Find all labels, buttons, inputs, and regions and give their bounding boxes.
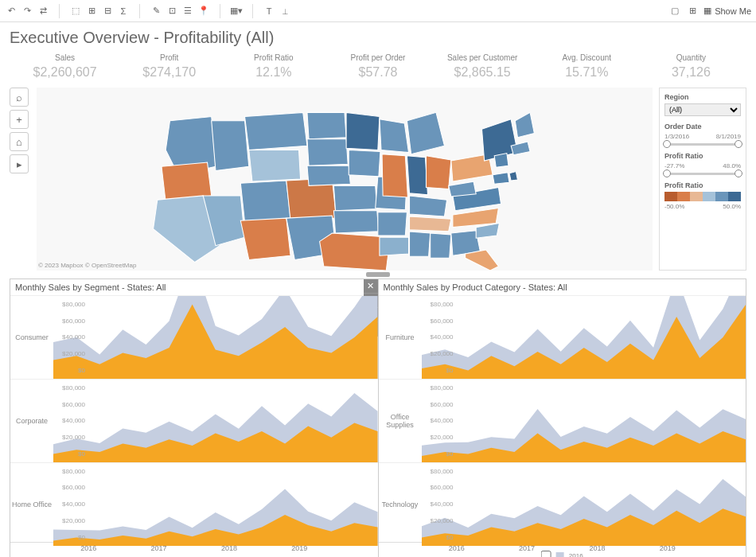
subchart-row: Home Office$80,000$60,000$40,000$20,000$… [10,462,378,546]
color-legend [664,192,741,201]
map-zoom-in-icon[interactable]: + [10,110,29,129]
text-icon[interactable]: T [263,5,275,18]
subchart-body[interactable]: $80,000$60,000$40,000$20,000$0 [53,296,378,379]
subchart-label: Corporate [10,380,53,462]
resize-handle[interactable] [366,272,390,277]
subchart-body[interactable]: $80,000$60,000$40,000$20,000$0 [422,380,746,462]
subchart-row: Furniture$80,000$60,000$40,000$20,000$0 [379,295,746,379]
totals-icon[interactable]: Σ [117,5,130,18]
map-toolbar: ⌕ + ⌂ ▸ [10,88,30,271]
undo-icon[interactable]: ↶ [5,5,18,18]
slider-handle-left[interactable] [663,140,671,148]
map-home-icon[interactable]: ⌂ [10,132,29,151]
legend-checkbox[interactable] [541,551,551,557]
subchart-body[interactable]: $80,000$60,000$40,000$20,000$0 [53,380,378,462]
kpi-avg-discount[interactable]: Avg. Discount15.71% [535,53,639,80]
lines-icon[interactable]: ⟂ [279,5,291,18]
dashboard-title: Executive Overview - Profitability (All) [10,29,746,47]
subchart-label: Consumer [10,296,53,379]
category-chart-title: Monthly Sales by Product Category - Stat… [379,279,746,295]
subchart-row: Corporate$80,000$60,000$40,000$20,000$0 [10,379,378,462]
top-toolbar: ↶ ↷ ⇄ ⬚ ⊞ ⊟ Σ ✎ ⊡ ☰ 📍 ▦▾ T ⟂ ▢ ⊞ ▦ Show … [0,0,756,22]
slider-handle-right[interactable] [735,140,742,148]
map-attribution: © 2023 Mapbox © OpenStreetMap [38,262,136,269]
slider-handle-left[interactable] [663,169,671,177]
subchart-label: Technology [379,463,422,546]
kpi-sales-per-customer[interactable]: Sales per Customer$2,865.15 [431,53,535,80]
map-search-icon[interactable]: ⌕ [10,88,29,107]
subchart-body[interactable]: $80,000$60,000$40,000$20,000$0 [53,463,378,546]
separator [59,4,60,18]
kpi-profit-per-order[interactable]: Profit per Order$57.78 [325,53,430,80]
redo-icon[interactable]: ↷ [21,5,33,18]
pin-icon[interactable]: 📍 [197,5,210,18]
swap-icon[interactable]: ⇄ [37,5,49,18]
subchart-label: Home Office [10,463,53,546]
map-viz[interactable]: © 2023 Mapbox © OpenStreetMap [37,88,653,271]
map-play-icon[interactable]: ▸ [10,154,29,173]
separator [220,4,220,18]
subchart-body[interactable]: $80,000$60,000$40,000$20,000$0 [422,463,746,546]
subchart-label: Office Supplies [379,380,422,462]
category-chart-panel: Monthly Sales by Product Category - Stat… [378,278,747,557]
kpi-row: Sales$2,260,607 Profit$274,170 Profit Ra… [10,53,746,80]
subchart-body[interactable]: $80,000$60,000$40,000$20,000$0 [422,296,746,379]
kpi-quantity[interactable]: Quantity37,126 [639,53,743,80]
fit-icon[interactable]: ▦▾ [230,5,243,18]
year-legend: 2016 [541,551,583,557]
region-filter-label: Region [664,93,741,101]
slider-handle-right[interactable] [735,169,742,177]
orderdate-filter-label: Order Date [664,123,741,130]
close-icon[interactable]: ✕ [364,279,378,294]
highlight-pen-icon[interactable]: ✎ [150,5,162,18]
group-icon[interactable]: ⊡ [166,5,178,18]
profitratio-slider[interactable] [664,173,741,175]
region-filter-select[interactable]: (All) [664,103,741,116]
separator [139,4,140,18]
separator [252,4,253,18]
subchart-label: Furniture [379,296,422,379]
clear-sort-icon[interactable]: ⊟ [101,5,114,18]
subchart-row: Consumer$80,000$60,000$40,000$20,000$0 [10,295,378,379]
cards-icon[interactable]: ⊞ [686,5,699,18]
subchart-row: Office Supplies$80,000$60,000$40,000$20,… [379,379,746,462]
us-map-svg [37,88,653,271]
showme-icon: ▦ [703,6,711,16]
segment-chart-panel: ✕ ⤢ ⬇ ▼ Monthly Sales by Segment - State… [10,278,378,557]
subchart-row: Technology$80,000$60,000$40,000$20,000$0 [379,462,746,546]
show-me-button[interactable]: ▦ Show Me [703,6,751,16]
kpi-profit[interactable]: Profit$274,170 [117,53,221,80]
orderdate-slider[interactable] [664,143,741,146]
show-labels-icon[interactable]: ☰ [181,5,194,18]
presentation-icon[interactable]: ▢ [668,5,681,18]
legend-label: Profit Ratio [664,181,741,189]
profitratio-filter-label: Profit Ratio [664,152,741,160]
kpi-sales[interactable]: Sales$2,260,607 [13,53,117,80]
sort-asc-icon[interactable]: ⬚ [69,5,82,18]
kpi-profit-ratio[interactable]: Profit Ratio12.1% [221,53,325,80]
segment-chart-title: Monthly Sales by Segment - States: All [10,279,378,295]
filter-panel: Region (All) Order Date 1/3/20168/1/2019… [659,88,746,271]
legend-swatch-prior [556,552,564,558]
sort-desc-icon[interactable]: ⊞ [85,5,98,18]
